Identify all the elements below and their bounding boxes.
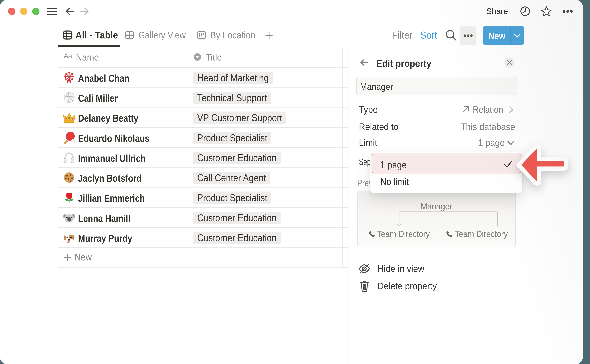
svg-text:Aa: Aa [64, 52, 72, 60]
